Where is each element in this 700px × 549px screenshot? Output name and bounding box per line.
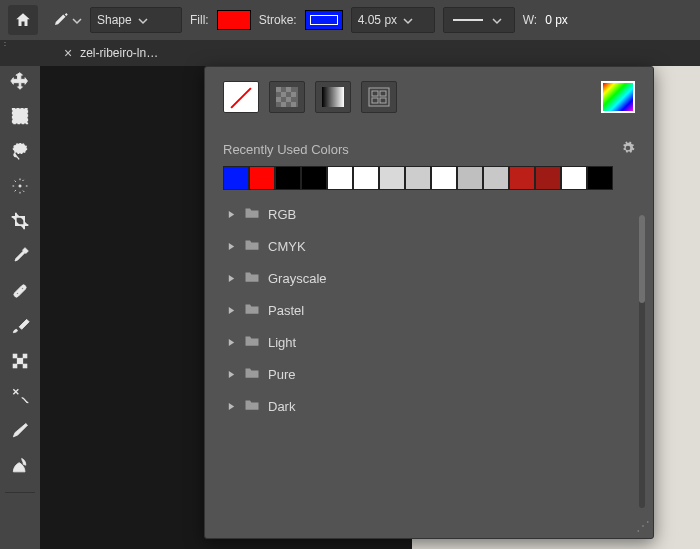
fill-swatch[interactable]: [217, 10, 251, 30]
wand-tool[interactable]: [9, 175, 31, 197]
recent-swatch[interactable]: [301, 166, 327, 190]
document-tab-label: zel-ribeiro-ln…: [80, 46, 158, 60]
solid-color-mode[interactable]: [269, 81, 305, 113]
chevron-down-icon: [138, 15, 148, 25]
recent-swatch[interactable]: [249, 166, 275, 190]
svg-point-4: [17, 293, 19, 295]
chevron-down-icon: [72, 15, 82, 25]
svg-point-5: [22, 288, 24, 290]
svg-rect-16: [276, 97, 281, 102]
recent-swatch[interactable]: [405, 166, 431, 190]
color-mode-row: [223, 81, 635, 113]
document-area: × zel-ribeiro-ln… Recently Used Colors R…: [40, 66, 700, 549]
recent-swatch[interactable]: [483, 166, 509, 190]
stroke-swatch[interactable]: [305, 10, 343, 30]
shape-tool[interactable]: [9, 385, 31, 407]
recent-swatches-row: [223, 166, 635, 188]
stroke-width-dropdown[interactable]: 4.05 px: [351, 7, 435, 33]
marquee-tool[interactable]: [9, 105, 31, 127]
chevron-right-icon: [227, 367, 236, 382]
svg-rect-19: [291, 102, 296, 107]
svg-rect-14: [281, 92, 286, 97]
recent-swatch[interactable]: [587, 166, 613, 190]
heal-tool[interactable]: [9, 280, 31, 302]
gradient-mode[interactable]: [315, 81, 351, 113]
shape-mode-dropdown[interactable]: Shape: [90, 7, 182, 33]
chevron-right-icon: [227, 303, 236, 318]
swatch-folder[interactable]: Pure: [223, 358, 629, 390]
chevron-down-icon: [492, 15, 502, 25]
no-color-mode[interactable]: [223, 81, 259, 113]
paint-tool[interactable]: [9, 420, 31, 442]
swatch-folder[interactable]: Dark: [223, 390, 629, 422]
svg-rect-25: [380, 98, 386, 103]
svg-rect-6: [13, 354, 16, 357]
svg-rect-0: [13, 109, 28, 124]
chevron-right-icon: [227, 207, 236, 222]
red-tool[interactable]: [9, 455, 31, 477]
top-options-bar: Shape Fill: Stroke: 4.05 px W: 0 px: [0, 0, 700, 40]
shape-mode-label: Shape: [97, 13, 132, 27]
recent-swatch[interactable]: [275, 166, 301, 190]
panel-gear-menu[interactable]: [621, 141, 635, 158]
crop-tool[interactable]: [9, 210, 31, 232]
folder-label: Light: [268, 335, 296, 350]
folder-icon: [244, 366, 260, 382]
brush-tool[interactable]: [9, 315, 31, 337]
recent-swatch[interactable]: [509, 166, 535, 190]
recent-swatch[interactable]: [561, 166, 587, 190]
svg-rect-17: [286, 97, 291, 102]
folder-label: RGB: [268, 207, 296, 222]
swatch-folders: RGBCMYKGrayscalePastelLightPureDark: [223, 198, 635, 524]
stroke-style-dropdown[interactable]: [443, 7, 515, 33]
folder-icon: [244, 334, 260, 350]
stroke-label: Stroke:: [259, 13, 297, 27]
folder-label: Pastel: [268, 303, 304, 318]
color-picker-button[interactable]: [601, 81, 635, 113]
tool-divider: [5, 492, 35, 493]
swatch-folder[interactable]: Grayscale: [223, 262, 629, 294]
stamp-tool[interactable]: [9, 350, 31, 372]
stroke-line-icon: [450, 11, 486, 29]
home-button[interactable]: [8, 5, 38, 35]
recent-swatch[interactable]: [535, 166, 561, 190]
close-tab-icon[interactable]: ×: [64, 45, 72, 61]
svg-rect-24: [372, 98, 378, 103]
folder-icon: [244, 302, 260, 318]
chevron-right-icon: [227, 271, 236, 286]
svg-point-1: [13, 144, 26, 154]
pen-icon: [52, 10, 70, 31]
tool-preset-dropdown[interactable]: [52, 10, 82, 31]
stroke-width-value: 4.05 px: [358, 13, 397, 27]
swatch-folder[interactable]: Pastel: [223, 294, 629, 326]
lasso-tool[interactable]: [9, 140, 31, 162]
recent-swatch[interactable]: [327, 166, 353, 190]
main-area: × zel-ribeiro-ln… Recently Used Colors R…: [0, 66, 700, 549]
swatch-folder[interactable]: CMYK: [223, 230, 629, 262]
recent-swatch[interactable]: [379, 166, 405, 190]
document-tab[interactable]: × zel-ribeiro-ln…: [54, 40, 168, 66]
svg-rect-3: [13, 284, 27, 298]
svg-rect-9: [23, 364, 26, 367]
folder-icon: [244, 398, 260, 414]
svg-rect-15: [291, 92, 296, 97]
pattern-mode[interactable]: [361, 81, 397, 113]
swatch-folder[interactable]: RGB: [223, 198, 629, 230]
stroke-color-panel: Recently Used Colors RGBCMYKGrayscalePas…: [204, 66, 654, 539]
recent-swatch[interactable]: [431, 166, 457, 190]
recent-swatch[interactable]: [223, 166, 249, 190]
recent-swatch[interactable]: [353, 166, 379, 190]
swatch-folder[interactable]: Light: [223, 326, 629, 358]
move-tool[interactable]: [9, 70, 31, 92]
resize-grip-icon[interactable]: ⋰: [636, 518, 647, 534]
folder-label: CMYK: [268, 239, 306, 254]
width-label: W:: [523, 13, 537, 27]
folder-label: Grayscale: [268, 271, 327, 286]
svg-rect-10: [18, 359, 23, 364]
svg-rect-12: [276, 87, 281, 92]
panel-scrollbar[interactable]: [639, 215, 645, 508]
svg-rect-7: [23, 354, 26, 357]
chevron-down-icon: [403, 15, 413, 25]
recent-swatch[interactable]: [457, 166, 483, 190]
eyedropper-tool[interactable]: [9, 245, 31, 267]
